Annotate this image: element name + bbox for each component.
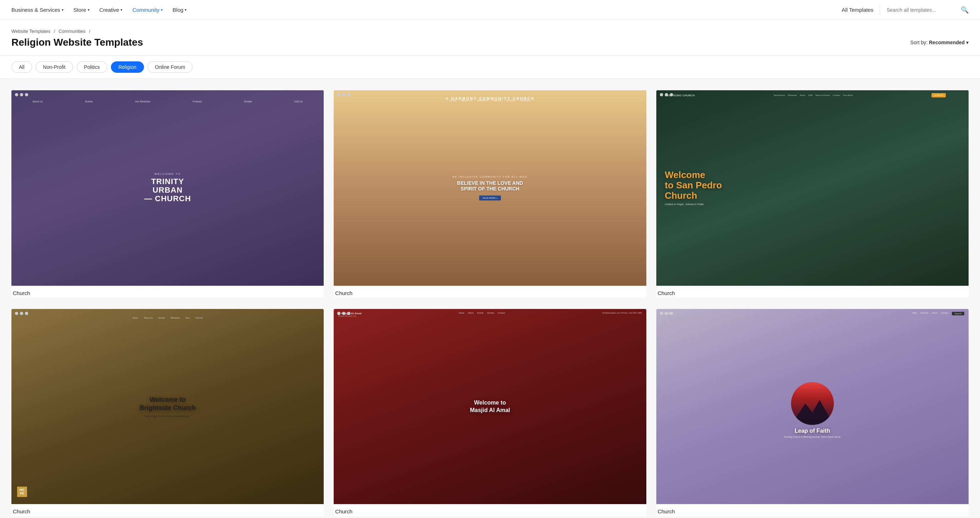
browser-dots [337,312,350,315]
chevron-down-icon: ▾ [62,8,64,12]
breadcrumb-website-templates[interactable]: Website Templates [11,29,50,34]
nav-item-blog[interactable]: Blog ▾ [173,7,186,13]
template-label-harmony: Church [334,286,646,298]
nav-label-store: Store [73,7,86,13]
template-thumb-harmony: ✦ HARMONY COMMUNITY CHURCH HOME ABOUT US… [334,90,646,286]
page-title-row: Religion Website Templates Sort by: Reco… [11,37,969,48]
filter-bar: All Non-Profit Politics Religion Online … [0,56,980,79]
template-thumb-lof: L·O·F Blog Podcast About Contact Search [656,309,969,504]
template-thumb-trinity: About Us Events Our Ministries Podcast D… [11,90,324,286]
breadcrumb-separator-2: / [89,29,91,34]
filter-online-forum[interactable]: Online Forum [148,61,193,73]
nav-item-community[interactable]: Community ▾ [132,7,162,13]
harmony-body: AN INCLUSIVE COMMUNITY FOR ALL WHO BELIE… [445,175,535,201]
chevron-down-icon: ▾ [185,8,186,12]
template-label-lof: Church [656,504,969,516]
nav-label-business: Business & Services [11,7,60,13]
dot [665,93,668,96]
trinity-preview: About Us Events Our Ministries Podcast D… [11,90,324,286]
browser-dots [15,312,28,315]
dot [20,93,23,96]
chevron-down-icon: ▾ [88,8,89,12]
brightside-nav: Home About Us Events Ministries Give Fin… [11,317,324,319]
nav-divider [880,5,880,15]
harmony-preview: ✦ HARMONY COMMUNITY CHURCH HOME ABOUT US… [334,90,646,286]
lof-title: Leap of Faith [795,428,830,434]
masjid-preview: ⬡ Masjid Al Amal Please Be with You Home… [334,309,646,504]
search-container: 🔍 [886,6,969,14]
lof-mountain-circle [791,382,834,425]
dot [670,93,673,96]
dot [660,93,663,96]
trinity-title: WELCOME TO TRINITYURBAN— CHURCH [144,173,191,203]
page-title: Religion Website Templates [11,37,143,48]
masjid-title: Welcome toMasjid Al Amal [470,399,510,414]
browser-dots [660,93,673,96]
browser-dots [15,93,28,96]
nav-item-creative[interactable]: Creative ▾ [99,7,123,13]
brightside-badge: HOPE [17,487,27,497]
brightside-title: Welcome toBrightside Church [140,395,196,413]
template-card-brightside[interactable]: Home About Us Events Ministries Give Fin… [11,309,324,516]
dot [342,93,345,96]
template-thumb-brightside: Home About Us Events Ministries Give Fin… [11,309,324,504]
sanpedro-title: Welcometo San PedroChurch [665,170,722,201]
browser-dots [660,312,673,315]
dot [337,93,340,96]
nav-right: All Templates 🔍 [842,5,969,15]
brightside-quote: "God is light; In him there is no darkne… [137,415,199,418]
breadcrumb: Website Templates / Communities / [11,29,969,34]
dot [15,312,18,315]
trinity-nav: About Us Events Our Ministries Podcast D… [11,100,324,103]
sort-control[interactable]: Sort by: Recommended ▾ [910,40,969,45]
dot [660,312,663,315]
template-label-trinity: Church [11,286,324,298]
dot [25,312,28,315]
page-header: Website Templates / Communities / Religi… [0,20,980,56]
browser-dots [337,93,350,96]
template-label-sanpedro: Church [656,286,969,298]
dot [15,93,18,96]
all-templates-link[interactable]: All Templates [842,7,873,13]
dot [342,312,345,315]
nav-item-business[interactable]: Business & Services ▾ [11,7,64,13]
template-card-harmony[interactable]: ✦ HARMONY COMMUNITY CHURCH HOME ABOUT US… [334,90,646,298]
dot [347,93,350,96]
breadcrumb-communities[interactable]: Communities [59,29,86,34]
sanpedro-preview: SAN PEDRO CHURCH Sacraments Ministries A… [656,90,969,286]
chevron-down-icon: ▾ [161,8,162,12]
lof-preview: L·O·F Blog Podcast About Contact Search [656,309,969,504]
nav-left: Business & Services ▾ Store ▾ Creative ▾… [11,7,842,13]
nav-item-store[interactable]: Store ▾ [73,7,89,13]
lof-subtitle: Trusting God is a lifelong journey. Don'… [776,435,848,438]
sort-label-text: Sort by: [910,40,928,45]
nav-label-creative: Creative [99,7,119,13]
dot [665,312,668,315]
template-label-masjid: Church [334,504,646,516]
search-icon[interactable]: 🔍 [961,6,969,14]
nav-label-blog: Blog [173,7,183,13]
breadcrumb-separator: / [54,29,56,34]
filter-religion[interactable]: Religion [111,61,144,73]
template-card-sanpedro[interactable]: SAN PEDRO CHURCH Sacraments Ministries A… [656,90,969,298]
filter-all[interactable]: All [11,61,32,73]
template-label-brightside: Church [11,504,324,516]
filter-nonprofit[interactable]: Non-Profit [36,61,73,73]
template-card-lof[interactable]: L·O·F Blog Podcast About Contact Search [656,309,969,516]
template-card-masjid[interactable]: ⬡ Masjid Al Amal Please Be with You Home… [334,309,646,516]
nav-label-community: Community [132,7,159,13]
search-input[interactable] [886,7,958,13]
chevron-down-icon: ▾ [966,40,969,45]
sort-value-text: Recommended [929,40,965,45]
filter-politics[interactable]: Politics [76,61,107,73]
dot [347,312,350,315]
chevron-down-icon: ▾ [121,8,122,12]
main-nav: Business & Services ▾ Store ▾ Creative ▾… [0,0,980,20]
template-grid: About Us Events Our Ministries Podcast D… [0,79,980,518]
dot [670,312,673,315]
svg-marker-0 [791,400,834,425]
template-card-trinity[interactable]: About Us Events Our Ministries Podcast D… [11,90,324,298]
dot [337,312,340,315]
dot [25,93,28,96]
template-thumb-masjid: ⬡ Masjid Al Amal Please Be with You Home… [334,309,646,504]
